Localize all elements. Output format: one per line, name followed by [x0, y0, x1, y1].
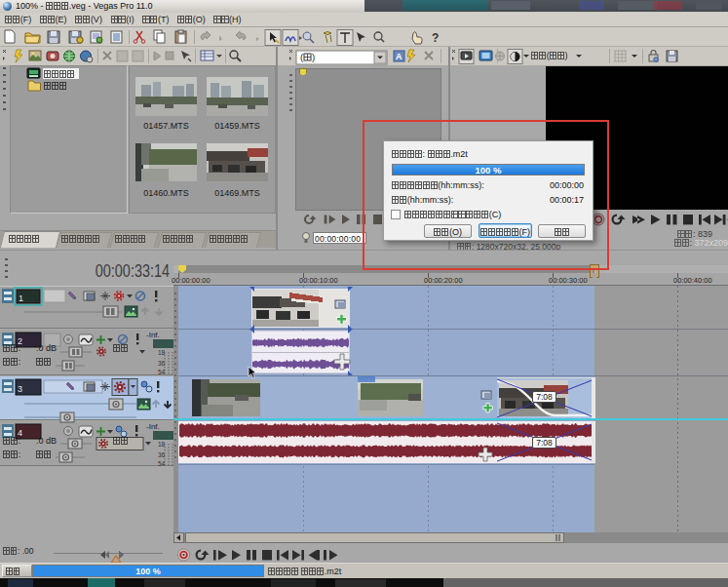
svg-text:3: 3	[18, 384, 22, 394]
svg-text:A: A	[396, 52, 402, 61]
svg-text:): )	[312, 52, 315, 62]
svg-text:1: 1	[19, 294, 23, 303]
svg-text:?: ?	[432, 31, 439, 45]
